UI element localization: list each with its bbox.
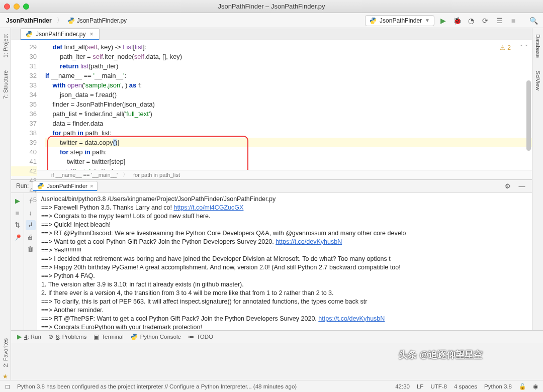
tool-tab-favorites[interactable]: 2: Favorites: [2, 335, 10, 370]
python-file-icon: [370, 17, 377, 24]
svg-point-6: [40, 183, 40, 184]
titlebar: JsonPathFinder – JsonPathFinder.py: [0, 0, 543, 13]
pin-icon[interactable]: 📍: [11, 230, 25, 244]
profile-button[interactable]: ⟳: [480, 15, 491, 26]
line-number-gutter: 2930313233343536373839404142434445: [11, 40, 40, 170]
run-button[interactable]: ▶: [437, 15, 448, 26]
svg-point-7: [41, 188, 42, 188]
status-message[interactable]: Python 3.8 has been configured as the pr…: [17, 383, 388, 389]
ide-status-icon[interactable]: ◉: [533, 383, 538, 390]
tool-tab-problems[interactable]: ⊘6: Problems: [48, 333, 86, 340]
status-bar: ◻ Python 3.8 has been configured as the …: [0, 380, 543, 392]
layout-button[interactable]: ⇅: [13, 220, 23, 230]
print-icon[interactable]: 🖨: [26, 232, 36, 242]
editor-breadcrumb-bar: if __name__ == '__main__' 〉 for path in …: [11, 170, 532, 179]
svg-point-2: [372, 18, 373, 18]
svg-point-5: [30, 36, 30, 37]
tool-tab-todo[interactable]: ≔TODO: [188, 333, 213, 340]
line-separator[interactable]: LF: [417, 383, 423, 389]
scroll-bottom-icon[interactable]: ↓: [26, 208, 36, 218]
bottom-tool-tabs: ▶4: Run ⊘6: Problems ▣Terminal Python Co…: [11, 330, 543, 343]
hide-toolwindow-button[interactable]: —: [517, 181, 527, 191]
todo-icon: ≔: [188, 333, 194, 340]
python-file-icon: [37, 182, 44, 189]
run-settings-button[interactable]: ⚙: [503, 181, 513, 191]
next-highlight-button[interactable]: ˅: [525, 43, 528, 53]
caret-position[interactable]: 42:30: [395, 383, 410, 389]
stop-run-button[interactable]: ■: [13, 208, 23, 218]
tool-tab-database[interactable]: Database: [534, 31, 542, 61]
inspection-badge[interactable]: ⚠2: [500, 43, 511, 53]
run-config-dropdown[interactable]: JsonPathFinder ▼: [365, 15, 434, 26]
close-icon[interactable]: ×: [90, 183, 93, 189]
run-config-label: JsonPathFinder: [380, 17, 422, 24]
editor-tab-label: JsonPathFinder.py: [36, 31, 85, 38]
prev-highlight-button[interactable]: ˄: [520, 43, 523, 53]
scope-sub-label[interactable]: for path in path_list: [133, 172, 180, 178]
star-icon: ★: [3, 373, 8, 380]
coverage-button[interactable]: ◔: [466, 15, 477, 26]
tool-tab-project[interactable]: 1: Project: [2, 31, 10, 60]
tool-tab-structure[interactable]: 7: Structure: [2, 67, 10, 102]
left-tool-rail: 1: Project 7: Structure: [0, 28, 11, 330]
run-action-column: ▶ ■ ⇅ 📍: [11, 193, 24, 330]
svg-point-1: [72, 22, 72, 23]
scope-label[interactable]: if __name__ == '__main__': [51, 172, 118, 178]
main-toolbar: JsonPathFinder 〉 JsonPathFinder.py JsonP…: [0, 13, 543, 28]
play-icon: ▶: [17, 333, 22, 340]
python-file-icon: [131, 333, 138, 340]
interpreter-label[interactable]: Python 3.8: [484, 383, 512, 389]
inspection-nav: ˄ ˅: [520, 43, 528, 53]
breadcrumb-project[interactable]: JsonPathFinder: [4, 16, 54, 25]
lock-icon[interactable]: 🔓: [519, 383, 526, 390]
indent-setting[interactable]: 4 spaces: [454, 383, 477, 389]
tool-tab-terminal[interactable]: ▣Terminal: [94, 333, 123, 340]
svg-point-3: [374, 22, 374, 23]
run-tab[interactable]: JsonPathFinder ×: [33, 181, 98, 191]
run-toolwindow: Run: JsonPathFinder × ⚙ — ▶ ■ ⇅ �: [11, 179, 532, 330]
code-editor[interactable]: 2930313233343536373839404142434445 def f…: [11, 40, 532, 170]
code-area[interactable]: def find_all(self, key) -> List[list]: p…: [40, 40, 532, 170]
breadcrumb-sep: 〉: [57, 16, 63, 25]
debug-button[interactable]: 🐞: [451, 15, 463, 26]
breadcrumb-file-label: JsonPathFinder.py: [77, 17, 127, 24]
editor-scrollbar[interactable]: [526, 80, 531, 151]
editor-tab[interactable]: JsonPathFinder.py ×: [20, 28, 100, 40]
right-tool-rail: Database SciView: [532, 28, 543, 330]
editor-tabbar: JsonPathFinder.py ×: [11, 28, 532, 40]
run-output-column: ↑ ↓ ↲ 🖨 🗑: [24, 193, 37, 330]
tool-tab-python-console[interactable]: Python Console: [131, 333, 181, 340]
breadcrumb: JsonPathFinder 〉 JsonPathFinder.py: [4, 16, 362, 25]
soft-wrap-button[interactable]: ↲: [26, 220, 36, 230]
stop-button[interactable]: ■: [508, 15, 519, 26]
breadcrumb-file[interactable]: JsonPathFinder.py: [66, 16, 129, 25]
close-icon[interactable]: ×: [88, 31, 94, 38]
run-tab-label: JsonPathFinder: [47, 183, 87, 189]
event-log-icon[interactable]: ◻: [5, 383, 10, 390]
file-encoding[interactable]: UTF-8: [430, 383, 447, 389]
python-file-icon: [26, 31, 33, 38]
tool-tab-run[interactable]: ▶4: Run: [17, 333, 41, 340]
chevron-down-icon: ▼: [425, 18, 430, 23]
problems-icon: ⊘: [48, 333, 53, 340]
search-everywhere-button[interactable]: 🔍: [528, 15, 539, 26]
terminal-icon: ▣: [94, 333, 99, 340]
tool-tab-sciview[interactable]: SciView: [534, 68, 542, 93]
warning-icon: ⚠: [500, 43, 505, 53]
concurrency-button[interactable]: ☰: [494, 15, 505, 26]
svg-point-4: [28, 32, 29, 32]
window-title: JsonPathFinder – JsonPathFinder.py: [0, 3, 543, 10]
svg-point-0: [70, 18, 70, 18]
python-file-icon: [68, 17, 75, 24]
trash-icon[interactable]: 🗑: [26, 244, 36, 254]
console-output[interactable]: /usr/local/bin/python3.8 /Users/kingname…: [37, 193, 532, 330]
